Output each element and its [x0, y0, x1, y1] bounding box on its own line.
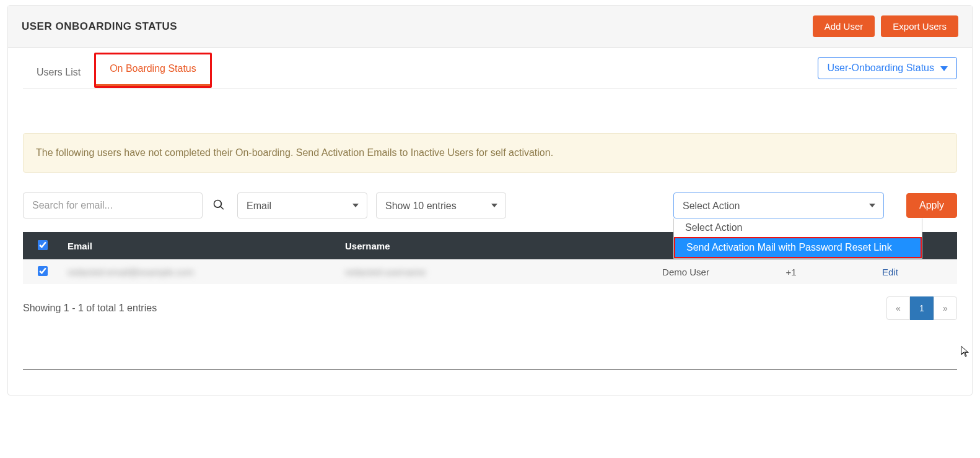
card-body: Users List On Boarding Status User-Onboa…: [8, 48, 972, 395]
td-phone: +1: [754, 267, 828, 277]
page-title: USER ONBOARDING STATUS: [22, 20, 177, 33]
showing-text: Showing 1 - 1 of total 1 entries: [23, 303, 157, 314]
chevron-down-icon: [940, 63, 948, 74]
user-onboarding-status-dropdown[interactable]: User-Onboarding Status: [818, 57, 957, 79]
th-checkbox: [28, 240, 63, 252]
tab-users-list[interactable]: Users List: [23, 58, 94, 88]
td-email: redacted-email@example.com: [63, 267, 340, 277]
td-checkbox: [28, 266, 63, 278]
tabs-row: Users List On Boarding Status User-Onboa…: [23, 48, 957, 89]
search-email-input[interactable]: [23, 192, 203, 218]
table-row: redacted-email@example.com redacted-user…: [23, 259, 957, 284]
tabs: Users List On Boarding Status: [23, 53, 212, 88]
th-username: Username: [340, 241, 618, 251]
search-wrap: [23, 192, 229, 218]
filters-right: Select Action Select Action Send Activat…: [673, 192, 957, 218]
status-dropdown-label: User-Onboarding Status: [827, 63, 934, 74]
field-select[interactable]: Email: [237, 192, 367, 218]
th-email: Email: [63, 241, 340, 251]
apply-button[interactable]: Apply: [906, 193, 957, 218]
search-button[interactable]: [209, 195, 229, 217]
action-dropdown-panel: Select Action Send Activation Mail with …: [673, 218, 922, 259]
highlight-onboarding-tab: On Boarding Status: [94, 53, 212, 88]
td-displayname: Demo User: [618, 267, 754, 277]
select-all-checkbox[interactable]: [38, 240, 48, 250]
header-actions: Add User Export Users: [813, 15, 958, 37]
pagination-page-1[interactable]: 1: [910, 296, 934, 320]
export-users-button[interactable]: Export Users: [881, 15, 958, 37]
tab-onboarding-status[interactable]: On Boarding Status: [96, 54, 210, 86]
action-select[interactable]: Select Action: [673, 192, 884, 218]
card-header: USER ONBOARDING STATUS Add User Export U…: [8, 6, 972, 48]
pagination-prev[interactable]: «: [886, 296, 910, 320]
td-action: Edit: [828, 267, 952, 277]
info-banner: The following users have not completed t…: [23, 133, 957, 173]
filters-row: Email Show 10 entries Select Action: [23, 192, 957, 218]
edit-link[interactable]: Edit: [882, 267, 898, 277]
td-username: redacted-username: [340, 267, 618, 277]
table-footer: Showing 1 - 1 of total 1 entries « 1 »: [23, 296, 957, 320]
bottom-divider: [23, 369, 957, 370]
onboarding-card: USER ONBOARDING STATUS Add User Export U…: [7, 5, 973, 395]
action-option-send-activation-mail[interactable]: Send Activation Mail with Password Reset…: [674, 237, 922, 258]
action-dropdown-wrap: Select Action Select Action Send Activat…: [673, 192, 884, 218]
row-checkbox[interactable]: [38, 266, 48, 276]
entries-select[interactable]: Show 10 entries: [376, 192, 506, 218]
pagination: « 1 »: [886, 296, 957, 320]
pagination-next[interactable]: »: [934, 296, 957, 320]
field-select-wrap: Email: [237, 192, 367, 218]
search-icon: [212, 199, 225, 211]
action-option-select[interactable]: Select Action: [674, 218, 922, 237]
entries-select-wrap: Show 10 entries: [376, 192, 506, 218]
add-user-button[interactable]: Add User: [813, 15, 875, 37]
